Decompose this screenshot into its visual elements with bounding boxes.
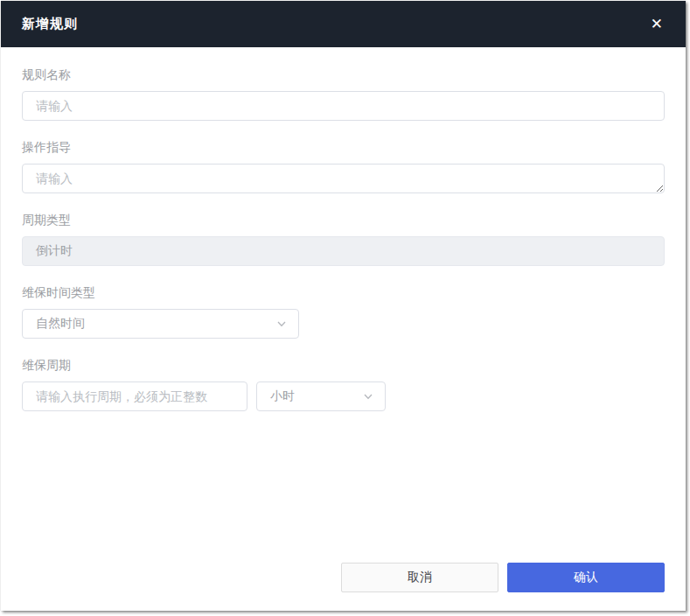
- dialog-header: 新增规则 ✕: [1, 1, 686, 47]
- cycle-type-value: 倒计时: [36, 243, 73, 259]
- cycle-type-disabled-input: 倒计时: [22, 236, 665, 266]
- close-icon[interactable]: ✕: [649, 15, 665, 33]
- maintenance-time-type-select[interactable]: 自然时间: [22, 309, 299, 339]
- maintenance-cycle-label: 维保周期: [22, 357, 665, 374]
- field-maintenance-cycle: 维保周期 小时: [22, 357, 665, 411]
- maintenance-time-type-value: 自然时间: [36, 316, 85, 332]
- cycle-unit-value: 小时: [270, 388, 295, 404]
- cycle-type-label: 周期类型: [22, 212, 665, 228]
- rule-name-input[interactable]: [22, 91, 665, 121]
- maintenance-time-type-label: 维保时间类型: [22, 284, 665, 301]
- add-rule-dialog: 新增规则 ✕ 规则名称 操作指导 周期类型 倒计时 维保时间类型 自然时间: [1, 1, 686, 611]
- dialog-footer: 取消 确认: [1, 563, 686, 611]
- rule-name-label: 规则名称: [22, 66, 665, 83]
- field-operation-guide: 操作指导: [22, 139, 665, 193]
- dialog-body: 规则名称 操作指导 周期类型 倒计时 维保时间类型 自然时间 维保周期: [1, 47, 686, 563]
- operation-guide-label: 操作指导: [22, 139, 665, 156]
- field-rule-name: 规则名称: [22, 66, 665, 121]
- field-maintenance-time-type: 维保时间类型 自然时间: [22, 284, 665, 339]
- dialog-title: 新增规则: [22, 16, 78, 32]
- maintenance-cycle-input[interactable]: [22, 382, 247, 411]
- cancel-button[interactable]: 取消: [341, 563, 498, 592]
- chevron-down-icon: [275, 318, 288, 330]
- operation-guide-textarea[interactable]: [22, 164, 665, 193]
- field-cycle-type: 周期类型 倒计时: [22, 212, 665, 266]
- cycle-unit-select[interactable]: 小时: [256, 382, 386, 411]
- confirm-button[interactable]: 确认: [507, 563, 665, 592]
- chevron-down-icon: [362, 390, 374, 402]
